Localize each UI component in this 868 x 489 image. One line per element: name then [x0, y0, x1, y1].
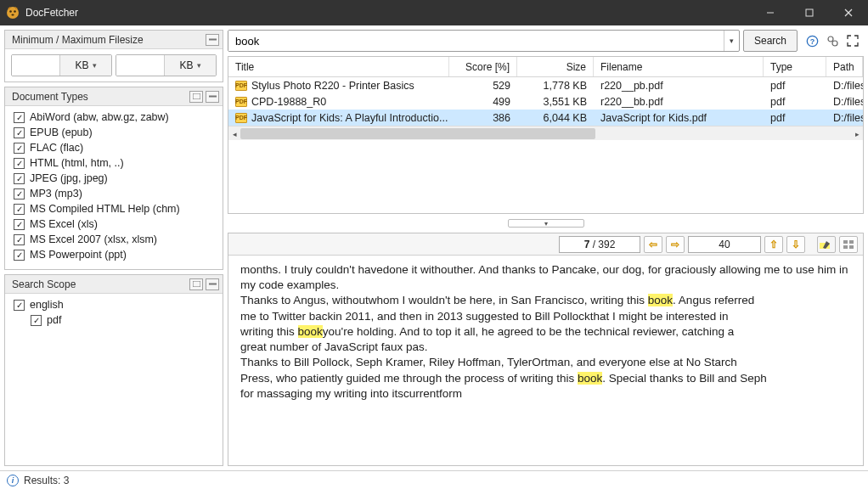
min-size-input[interactable]: [12, 55, 59, 76]
scope-label: pdf: [47, 314, 61, 326]
doctype-item[interactable]: ✓MP3 (mp3): [8, 186, 219, 201]
cell-size: 6,044 KB: [517, 110, 594, 126]
doctype-item[interactable]: ✓AbiWord (abw, abw.gz, zabw): [8, 110, 219, 125]
col-type[interactable]: Type: [764, 57, 826, 76]
table-row[interactable]: PDFStylus Photo R220 - Printer Basics529…: [228, 77, 863, 93]
checkbox-icon[interactable]: ✓: [14, 250, 25, 261]
collapse-icon[interactable]: [206, 278, 219, 290]
close-button[interactable]: [829, 0, 868, 25]
pdf-icon: PDF: [235, 113, 247, 123]
svg-point-2: [14, 10, 16, 13]
checkbox-icon[interactable]: ✓: [14, 158, 25, 169]
doctype-item[interactable]: ✓EPUB (epub): [8, 125, 219, 140]
col-size[interactable]: Size: [517, 57, 594, 76]
highlight: book: [578, 372, 602, 385]
doctype-item[interactable]: ✓MS Excel (xls): [8, 216, 219, 232]
scope-label: english: [30, 299, 64, 311]
scope-panel: Search Scope ✓english✓pdf: [4, 274, 223, 466]
checkbox-icon[interactable]: ✓: [14, 127, 25, 138]
checkbox-icon[interactable]: ✓: [31, 315, 42, 326]
results-table[interactable]: Title Score [%] Size Filename Type Path …: [228, 57, 863, 126]
titlebar: DocFetcher: [0, 0, 868, 25]
doctypes-list[interactable]: ✓AbiWord (abw, abw.gz, zabw)✓EPUB (epub)…: [5, 106, 223, 269]
doctype-item[interactable]: ✓MS Powerpoint (ppt): [8, 247, 219, 262]
collapse-icon[interactable]: [206, 34, 219, 46]
page-indicator[interactable]: 7 / 392: [559, 236, 640, 253]
status-bar: i Results: 3: [0, 470, 868, 489]
doctype-label: FLAC (flac): [30, 142, 83, 154]
svg-rect-5: [806, 9, 813, 16]
col-title[interactable]: Title: [228, 57, 449, 76]
splitter-handle[interactable]: ▾: [508, 219, 584, 228]
pdf-icon: PDF: [235, 97, 247, 107]
checkbox-icon[interactable]: ✓: [14, 300, 25, 311]
scope-item[interactable]: ✓english: [8, 297, 219, 312]
scope-item[interactable]: ✓pdf: [8, 312, 219, 328]
doctype-item[interactable]: ✓FLAC (flac): [8, 140, 219, 155]
settings-icon[interactable]: [825, 33, 840, 48]
search-field[interactable]: ▾: [228, 30, 740, 52]
doctypes-panel: Document Types ✓AbiWord (abw, abw.gz, za…: [4, 87, 223, 270]
view-mode-button[interactable]: [839, 236, 858, 253]
minimize-button[interactable]: [751, 0, 790, 25]
cell-score: 529: [449, 77, 517, 93]
preview-text[interactable]: months. I truly couldn't havedone it wit…: [228, 256, 863, 465]
collapse-icon[interactable]: [206, 91, 219, 103]
sidebar: Minimum / Maximum Filesize KB ▾: [4, 30, 223, 466]
svg-rect-11: [193, 281, 200, 287]
max-size-field[interactable]: KB ▾: [116, 54, 217, 76]
doctype-item[interactable]: ✓MS Compiled HTML Help (chm): [8, 201, 219, 216]
table-row[interactable]: PDFJavaScript for Kids: A Playful Introd…: [228, 110, 863, 126]
highlight-toggle-button[interactable]: [817, 236, 836, 253]
min-size-unit-select[interactable]: KB ▾: [59, 55, 111, 76]
cell-type: pdf: [764, 93, 826, 110]
filesize-panel: Minimum / Maximum Filesize KB ▾: [4, 30, 223, 82]
next-occurrence-button[interactable]: ⇩: [786, 236, 805, 253]
checkbox-icon[interactable]: ✓: [14, 173, 25, 184]
results-count-label: Results: 3: [24, 475, 69, 486]
chevron-down-icon: ▾: [197, 61, 201, 70]
results-hscrollbar[interactable]: ◂ ▸: [228, 126, 863, 140]
scroll-thumb[interactable]: [240, 128, 595, 139]
min-size-field[interactable]: KB ▾: [11, 54, 112, 76]
prev-occurrence-button[interactable]: ⇧: [764, 236, 783, 253]
doctype-item[interactable]: ✓MS Excel 2007 (xlsx, xlsm): [8, 232, 219, 247]
svg-rect-12: [209, 284, 217, 285]
doctype-item[interactable]: ✓HTML (html, htm, ..): [8, 155, 219, 171]
doctype-item[interactable]: ✓JPEG (jpg, jpeg): [8, 171, 219, 186]
doctype-label: AbiWord (abw, abw.gz, zabw): [30, 111, 169, 123]
highlight: book: [298, 325, 323, 338]
doctype-label: EPUB (epub): [30, 126, 93, 138]
checkbox-icon[interactable]: ✓: [14, 204, 25, 215]
col-score[interactable]: Score [%]: [449, 57, 517, 76]
search-input[interactable]: [228, 31, 724, 51]
table-row[interactable]: PDFCPD-19888_R04993,551 KBr220__bb.pdfpd…: [228, 93, 863, 110]
cell-score: 499: [449, 93, 517, 110]
search-button[interactable]: Search: [743, 30, 798, 52]
scroll-right-icon[interactable]: ▸: [851, 126, 863, 140]
next-page-button[interactable]: ⇨: [666, 236, 685, 253]
maximize-panel-icon[interactable]: [189, 278, 203, 290]
scope-tree[interactable]: ✓english✓pdf: [5, 294, 223, 465]
max-size-unit-select[interactable]: KB ▾: [164, 55, 216, 76]
checkbox-icon[interactable]: ✓: [14, 188, 25, 200]
search-history-dropdown[interactable]: ▾: [724, 31, 739, 51]
scope-panel-title: Search Scope: [12, 278, 76, 290]
checkbox-icon[interactable]: ✓: [14, 143, 25, 154]
expand-icon[interactable]: [845, 33, 860, 48]
occurrence-indicator[interactable]: 40: [688, 236, 761, 253]
maximize-panel-icon[interactable]: [189, 91, 203, 103]
col-filename[interactable]: Filename: [594, 57, 764, 76]
svg-point-3: [11, 14, 14, 15]
help-icon[interactable]: ?: [804, 33, 820, 48]
prev-page-button[interactable]: ⇦: [644, 236, 662, 253]
checkbox-icon[interactable]: ✓: [14, 234, 25, 245]
maximize-button[interactable]: [790, 0, 829, 25]
scroll-left-icon[interactable]: ◂: [228, 126, 240, 140]
checkbox-icon[interactable]: ✓: [14, 112, 25, 123]
max-size-input[interactable]: [116, 55, 164, 76]
checkbox-icon[interactable]: ✓: [14, 219, 25, 230]
highlight: book: [648, 294, 673, 306]
cell-filename: r220__pb.pdf: [594, 77, 764, 93]
col-path[interactable]: Path: [826, 57, 863, 76]
